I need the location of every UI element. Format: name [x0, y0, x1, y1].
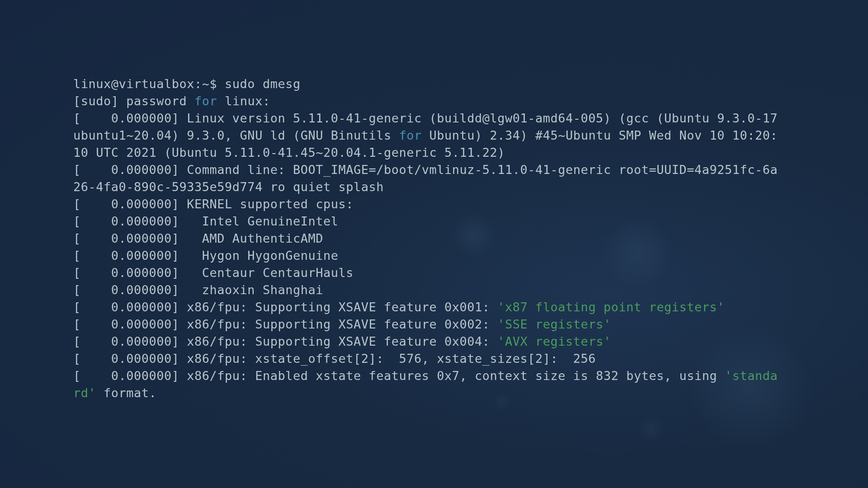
terminal-text: [ 0.000000] Hygon HygonGenuine — [73, 249, 338, 263]
terminal-text: [ 0.000000] zhaoxin Shanghai — [73, 283, 323, 297]
terminal-text: [ 0.000000] KERNEL supported cpus: — [73, 197, 354, 211]
terminal-text: [ 0.000000] Command line: BOOT_IMAGE=/bo… — [73, 163, 778, 194]
terminal-text: linux@virtualbox:~$ sudo dmesg — [73, 77, 301, 91]
keyword-for: for — [399, 128, 421, 142]
terminal-text: [sudo] password — [73, 94, 194, 108]
terminal-text: [ 0.000000] x86/fpu: Supporting XSAVE fe… — [73, 300, 497, 314]
terminal-text: [ 0.000000] x86/fpu: Enabled xstate feat… — [73, 369, 725, 383]
terminal-text: [ 0.000000] Intel GenuineIntel — [73, 214, 338, 228]
terminal-text: [ 0.000000] x86/fpu: Supporting XSAVE fe… — [73, 317, 497, 331]
keyword-for: for — [194, 94, 217, 108]
terminal-text: [ 0.000000] x86/fpu: xstate_offset[2]: 5… — [73, 352, 596, 366]
terminal-text: [ 0.000000] AMD AuthenticAMD — [73, 231, 323, 245]
background-bokeh — [637, 416, 665, 443]
terminal-output[interactable]: linux@virtualbox:~$ sudo dmesg [sudo] pa… — [73, 75, 778, 402]
terminal-text: format. — [96, 386, 156, 400]
terminal-text: linux: — [217, 94, 270, 108]
terminal-text: [ 0.000000] x86/fpu: Supporting XSAVE fe… — [73, 334, 497, 348]
string-literal: 'x87 floating point registers' — [497, 300, 725, 314]
string-literal: 'SSE registers' — [497, 317, 611, 331]
terminal-text: [ 0.000000] Centaur CentaurHauls — [73, 266, 354, 280]
string-literal: 'AVX registers' — [497, 334, 611, 348]
